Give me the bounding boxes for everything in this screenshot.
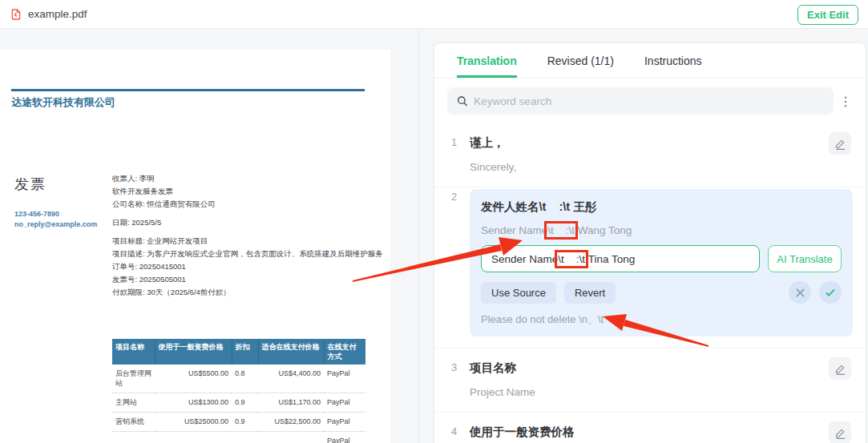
- segment-translation: Project Name: [470, 386, 850, 398]
- pdf-header-rule: [11, 89, 365, 91]
- segment-3: 3 项目名称 Project Name: [434, 348, 866, 413]
- segment-4: 4 使用于一般资费价格: [434, 413, 866, 443]
- revert-button[interactable]: Revert: [564, 282, 616, 304]
- editor-note: Please do not delete \n、\t: [481, 312, 842, 327]
- pdf-recipient: 收票人: 李明: [112, 172, 393, 185]
- pencil-icon: [834, 138, 846, 150]
- annotation-red-box: \t :\t: [558, 253, 585, 265]
- pdf-project-desc: 项目描述: 为客户开发响应式企业官网，包含页面设计、系统搭建及后期维护服务: [112, 248, 393, 260]
- table-row: PayPal: [112, 432, 365, 443]
- pdf-date: 日期: 2025/5/5: [112, 216, 393, 229]
- table-header: 使用于一般资费价格: [155, 339, 232, 364]
- segment-source: 发件人姓名\t :\t 王彤: [481, 199, 842, 215]
- annotation-red-box: \t :\t: [547, 224, 575, 236]
- edit-segment-button[interactable]: [829, 132, 851, 155]
- pdf-project-title: 项目标题: 企业网站开发项目: [112, 235, 393, 248]
- pencil-icon: [834, 363, 846, 375]
- file-name: example.pdf: [28, 8, 87, 20]
- pdf-invoice-no: 发票号: 20250505001: [112, 273, 393, 286]
- tab-instructions[interactable]: Instructions: [644, 43, 702, 78]
- pdf-order-no: 订单号: 20250415001: [112, 260, 393, 273]
- pencil-icon: [834, 427, 846, 439]
- table-header-row: 项目名称 使用于一般资费价格 折扣 适合在线支付价格 在线支付方式: [112, 339, 365, 364]
- table-row: 主网站 US$1300.00 0.9 US$1,170.00 PayPal: [112, 393, 365, 413]
- pdf-preview-page: 达途软开科技有限公司 发票 123-456-7890 no_reply@exam…: [0, 50, 390, 443]
- editor-input-row: Sender Name\t :\t Tina Tong AI Translate: [481, 245, 842, 272]
- pdf-phone: 123-456-7890: [14, 210, 59, 218]
- search-icon: [457, 95, 467, 107]
- segment-translation: Sender Name\t :\t Wang Tong: [481, 224, 842, 236]
- table-header: 折扣: [232, 339, 258, 364]
- panel-tabs: Translation Revised (1/1) Instructions: [434, 43, 866, 79]
- edit-segment-button[interactable]: [829, 421, 851, 443]
- pdf-invoice-title: 发票: [14, 175, 46, 194]
- confirm-button[interactable]: [819, 281, 842, 304]
- segment-number: 3: [451, 361, 457, 373]
- top-bar: example.pdf Exit Edit: [0, 0, 868, 29]
- close-icon: [795, 288, 805, 298]
- kebab-menu-icon[interactable]: ⋮: [834, 94, 858, 109]
- edit-segment-button[interactable]: [829, 357, 851, 380]
- segment-1: 1 谨上， Sincerely,: [434, 123, 866, 187]
- table-header: 适合在线支付价格: [258, 339, 324, 364]
- tab-revised[interactable]: Revised (1/1): [547, 43, 614, 78]
- pdf-invoice-info: 收票人: 李明 软件开发服务发票 公司名称: 恒信通商贸有限公司 日期: 202…: [112, 172, 393, 299]
- pdf-payment-terms: 付款期限: 30天（2025/6/4前付款）: [112, 286, 393, 299]
- editor-actions: Use Source Revert: [481, 281, 842, 304]
- use-source-button[interactable]: Use Source: [481, 282, 556, 304]
- cancel-button[interactable]: [789, 281, 811, 304]
- segment-number: 4: [451, 425, 457, 437]
- search-row: ⋮: [434, 79, 866, 123]
- search-box[interactable]: [447, 87, 834, 115]
- segment-editor: 发件人姓名\t :\t 王彤 Sender Name\t :\t Wang To…: [470, 189, 853, 336]
- translation-input[interactable]: Sender Name\t :\t Tina Tong: [481, 245, 760, 272]
- segment-source: 项目名称: [470, 360, 850, 376]
- translation-panel: Translation Revised (1/1) Instructions ⋮…: [434, 42, 866, 443]
- segment-number: 2: [451, 191, 457, 203]
- segment-2: 2 发件人姓名\t :\t 王彤 Sender Name\t :\t Wang …: [434, 187, 866, 348]
- segment-source: 使用于一般资费价格: [470, 425, 850, 440]
- ai-translate-button[interactable]: AI Translate: [768, 245, 842, 272]
- segment-source: 谨上，: [470, 135, 850, 151]
- table-row: 营销系统 US$25000.00 0.9 US$22,500.00 PayPal: [112, 413, 365, 432]
- search-input[interactable]: [474, 95, 824, 107]
- pdf-company-name: 达途软开科技有限公司: [11, 95, 115, 110]
- exit-edit-button[interactable]: Exit Edit: [797, 5, 858, 25]
- table-header: 在线支付方式: [324, 339, 365, 364]
- segment-translation: Sincerely,: [470, 161, 850, 173]
- pane-divider: [418, 29, 419, 443]
- table-header: 项目名称: [112, 339, 155, 364]
- pdf-invoice-type: 软件开发服务发票: [112, 185, 393, 198]
- table-row: 后台管理网站 US$5500.00 0.8 US$4,400.00 PayPal: [112, 364, 365, 393]
- segment-number: 1: [451, 136, 457, 148]
- tab-translation[interactable]: Translation: [457, 43, 517, 78]
- check-icon: [825, 287, 836, 298]
- pdf-file-icon: [10, 8, 22, 21]
- pdf-company-line: 公司名称: 恒信通商贸有限公司: [112, 198, 393, 211]
- pdf-email: no_reply@example.com: [14, 220, 97, 228]
- pdf-pricing-table: 项目名称 使用于一般资费价格 折扣 适合在线支付价格 在线支付方式 后台管理网站…: [112, 339, 365, 443]
